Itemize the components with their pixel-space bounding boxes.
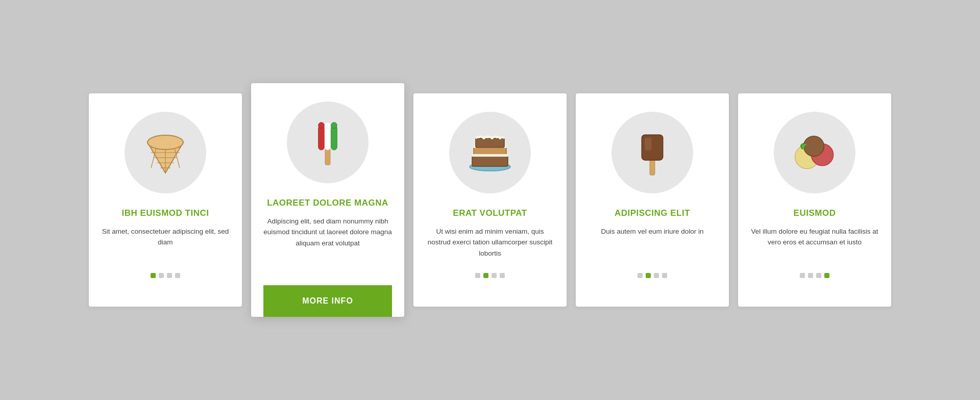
svg-rect-23 (650, 159, 655, 175)
dot (500, 273, 505, 278)
cone-icon (140, 127, 191, 178)
cake-icon (464, 127, 516, 178)
svg-point-28 (803, 136, 824, 156)
card-1: IBH EUISMOD TINCI Sit amet, consectetuer… (89, 93, 242, 307)
card-5-dots (800, 273, 829, 292)
dot (824, 273, 829, 278)
card-3-title: ERAT VOLUTPAT (453, 208, 527, 219)
svg-point-14 (318, 122, 325, 128)
dot (167, 273, 172, 278)
icon-circle-3 (449, 112, 531, 193)
icon-circle-1 (125, 112, 206, 193)
svg-point-9 (148, 135, 183, 149)
dot (159, 273, 164, 278)
card-4-desc: Duis autem vel eum iriure dolor in (601, 226, 703, 237)
ice-cream-bar-icon (627, 127, 678, 178)
dot (151, 273, 156, 278)
card-5-desc: Vel illum dolore eu feugiat nulla facili… (750, 226, 879, 248)
card-3-desc: Ut wisi enim ad minim veniam, quis nostr… (426, 226, 554, 259)
dot (662, 273, 667, 278)
svg-point-15 (325, 122, 331, 128)
svg-rect-10 (325, 148, 330, 165)
dot (638, 273, 643, 278)
card-4-title: ADIPISCING ELIT (615, 208, 690, 219)
svg-rect-12 (325, 125, 331, 149)
dot (808, 273, 813, 278)
scoops-icon (789, 127, 840, 178)
cards-container: IBH EUISMOD TINCI Sit amet, consectetuer… (58, 73, 922, 328)
card-1-desc: Sit amet, consectetuer adipiscing elit, … (101, 226, 230, 248)
dot (492, 273, 497, 278)
card-2: LAOREET DOLORE MAGNA Adipiscing elit, se… (251, 83, 404, 317)
svg-rect-25 (645, 137, 651, 150)
dot (816, 273, 821, 278)
dot (475, 273, 480, 278)
card-5: EUISMOD Vel illum dolore eu feugiat null… (738, 93, 891, 307)
card-4: ADIPISCING ELIT Duis autem vel eum iriur… (576, 93, 729, 307)
svg-rect-22 (476, 138, 504, 147)
card-2-desc: Adipiscing elit, sed diam nonummy nibh e… (263, 216, 392, 249)
card-2-title: LAOREET DOLORE MAGNA (267, 197, 388, 209)
card-3-dots (475, 273, 505, 292)
icon-circle-5 (774, 112, 855, 193)
dot (800, 273, 805, 278)
icon-circle-4 (611, 112, 693, 193)
svg-rect-13 (331, 125, 337, 149)
card-5-title: EUISMOD (794, 208, 836, 219)
dot (175, 273, 180, 278)
svg-rect-20 (472, 154, 508, 157)
card-1-title: IBH EUISMOD TINCI (122, 208, 209, 219)
dot (654, 273, 659, 278)
card-3: ERAT VOLUTPAT Ut wisi enim ad minim veni… (413, 93, 567, 307)
svg-point-16 (331, 122, 337, 128)
card-1-dots (151, 273, 180, 292)
more-info-button[interactable]: MORE INFO (263, 285, 392, 317)
svg-rect-11 (318, 125, 325, 149)
popsicle-icon (302, 117, 353, 168)
card-4-dots (638, 273, 667, 292)
icon-circle-2 (287, 102, 369, 183)
dot (646, 273, 651, 278)
dot (483, 273, 488, 278)
